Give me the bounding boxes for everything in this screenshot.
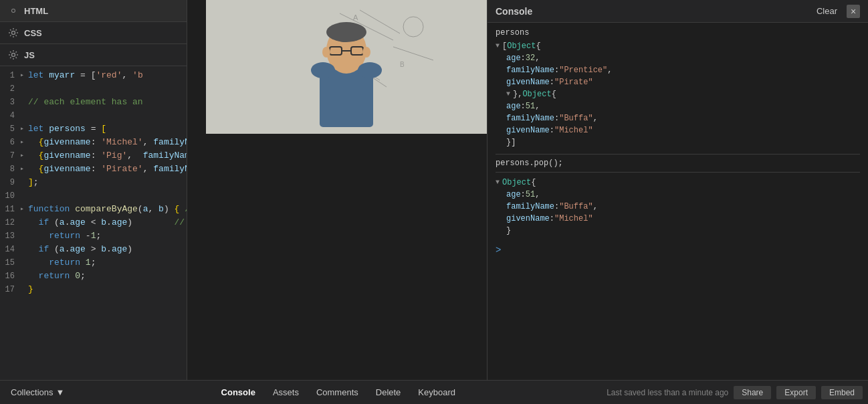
collections-chevron: ▼	[56, 387, 65, 397]
line-content: }	[28, 283, 187, 296]
code-line: 2	[0, 82, 187, 96]
console-indent-2: age : 51 , familyName : "Buffa" , givenN…	[496, 100, 860, 136]
line-number: 3	[0, 96, 20, 109]
code-line: 12 if (a.age < b.age) // compare by age	[0, 216, 187, 229]
sidebar-tab-js-label: JS	[24, 50, 35, 60]
video-overlay: A B	[206, 0, 487, 134]
console-line: givenName : "Michel"	[506, 213, 860, 225]
clear-button[interactable]: Clear	[812, 5, 841, 17]
console-line: age : 32 ,	[506, 52, 860, 64]
line-arrow: ▸	[20, 136, 28, 149]
line-arrow: ▸	[20, 203, 28, 216]
code-line: 8▸ {givenname: 'Pirate', familyName: 'Pr…	[0, 163, 187, 176]
console-header-actions: Clear ×	[812, 5, 860, 18]
line-number: 15	[0, 256, 20, 270]
collapse-arrow[interactable]: ▼	[496, 40, 500, 52]
console-array-output: ▼ [ Object { age : 32 , familyName :	[496, 40, 860, 148]
close-button[interactable]: ×	[847, 5, 860, 18]
line-number: 4	[0, 109, 20, 122]
line-number: 8	[0, 163, 20, 176]
tab-keyboard[interactable]: Keyboard	[410, 385, 463, 400]
console-result-line: ▼ Object {	[496, 177, 860, 189]
line-content: return -1;	[28, 229, 187, 243]
line-content: if (a.age > b.age)	[28, 243, 187, 256]
result-toggle-arrow[interactable]: ▼	[496, 177, 500, 189]
share-button[interactable]: Share	[734, 386, 771, 399]
line-content: {givenname: 'Pirate', familyName: 'Prent…	[28, 163, 187, 176]
console-line: familyName : "Prentice" ,	[506, 64, 860, 76]
line-arrow: ▸	[20, 69, 28, 82]
code-line: 11▸function compareByAge(a, b) { // comp…	[0, 203, 187, 216]
line-number: 2	[0, 82, 20, 96]
tab-assets[interactable]: Assets	[265, 385, 307, 400]
svg-point-17	[362, 47, 370, 58]
collections-button[interactable]: Collections ▼	[5, 385, 70, 400]
line-arrow: ▸	[20, 149, 28, 163]
console-var-name: persons	[496, 28, 860, 37]
console-line: ▼ }, Object {	[496, 88, 860, 100]
line-content: let myarr = ['red', 'b	[28, 69, 187, 82]
console-line: givenName : "Michel"	[506, 124, 860, 136]
tab-comments[interactable]: Comments	[308, 385, 366, 400]
console-result-indent: age : 51 , familyName : "Buffa" , givenN…	[496, 189, 860, 225]
code-editor[interactable]: 1▸let myarr = ['red', 'b23// each elemen…	[0, 66, 187, 380]
code-line: 1▸let myarr = ['red', 'b	[0, 69, 187, 82]
op: {	[536, 40, 540, 52]
console-panel: Console Clear × persons ▼ [ Object {	[487, 0, 868, 380]
bottom-bar: Collections ▼ Console Assets Comments De…	[0, 380, 868, 404]
sidebar-item-html[interactable]: HTML	[0, 0, 187, 22]
sidebar-item-css[interactable]: CSS	[0, 22, 187, 44]
code-line: 17}	[0, 283, 187, 296]
collapse-arrow-2[interactable]: ▼	[506, 88, 510, 100]
line-number: 13	[0, 229, 20, 243]
code-line: 6▸ {givenname: 'Michel', familyName: 'Bu…	[0, 136, 187, 149]
status-text: Last saved less than a minute ago	[607, 388, 728, 397]
svg-point-18	[311, 62, 335, 78]
line-number: 10	[0, 189, 20, 203]
console-result-obj: ▼ Object { age : 51 , familyName : "Buff…	[496, 177, 860, 237]
line-arrow: ▸	[20, 122, 28, 136]
code-line: 5▸let persons = [	[0, 122, 187, 136]
gear-icon-js	[8, 49, 19, 60]
line-number: 17	[0, 283, 20, 296]
bottom-tabs: Console Assets Comments Delete Keyboard	[213, 385, 463, 400]
console-line: familyName : "Buffa" ,	[506, 112, 860, 124]
bracket-open: [	[502, 40, 507, 52]
console-body: persons ▼ [ Object { age : 32 ,	[487, 23, 868, 380]
console-separator	[496, 154, 860, 155]
editor-area: A B	[187, 0, 487, 380]
line-content: {givenname: 'Pig', familyName: 'Bodine',…	[28, 149, 187, 163]
console-line: familyName : "Buffa" ,	[506, 201, 860, 213]
tab-delete[interactable]: Delete	[368, 385, 409, 400]
line-content: {givenname: 'Michel', familyName: 'Buffa…	[28, 136, 187, 149]
code-line: 4	[0, 109, 187, 122]
sidebar-tab-css-label: CSS	[24, 28, 42, 38]
gear-icon-css	[8, 27, 19, 38]
line-number: 5	[0, 122, 20, 136]
code-line: 15 return 1;	[0, 256, 187, 270]
line-number: 9	[0, 176, 20, 189]
line-content: ];	[28, 176, 187, 189]
console-prompt[interactable]: >	[496, 242, 860, 258]
line-number: 16	[0, 270, 20, 283]
console-line: age : 51 ,	[506, 189, 860, 201]
line-number: 12	[0, 216, 20, 229]
export-button[interactable]: Export	[776, 386, 816, 399]
console-close-brace: }	[496, 225, 860, 237]
code-line: 14 if (a.age > b.age)	[0, 243, 187, 256]
sidebar-item-js[interactable]: JS	[0, 44, 187, 66]
console-line: age : 51 ,	[506, 100, 860, 112]
code-line: 9];	[0, 176, 187, 189]
embed-button[interactable]: Embed	[821, 386, 863, 399]
tab-console[interactable]: Console	[213, 385, 263, 400]
console-separator-2	[496, 172, 860, 173]
line-number: 7	[0, 149, 20, 163]
line-content: // each element has an	[28, 96, 187, 109]
line-content: let persons = [	[28, 122, 187, 136]
code-line: 13 return -1;	[0, 229, 187, 243]
object-label: Object	[507, 40, 536, 52]
bottom-left: Collections ▼	[5, 385, 70, 400]
line-arrow: ▸	[20, 163, 28, 176]
code-line: 16 return 0;	[0, 270, 187, 283]
line-number: 14	[0, 243, 20, 256]
